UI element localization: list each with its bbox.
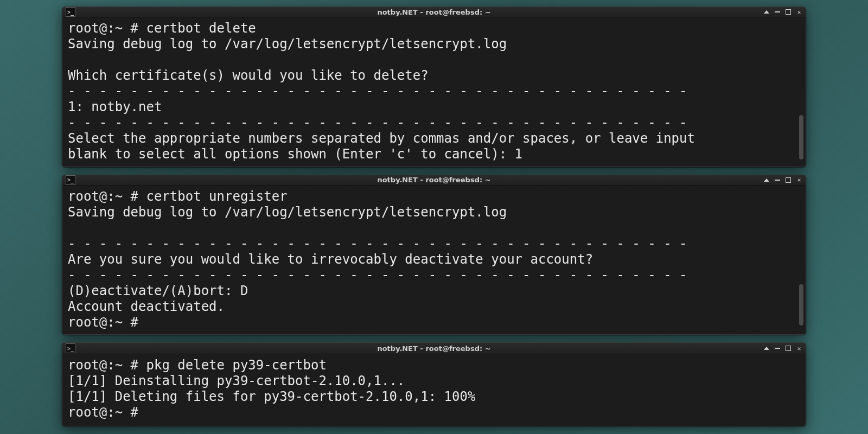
titlebar[interactable]: >_ notby.NET - root@freebsd: ~	[62, 343, 806, 354]
maximize-button-icon[interactable]	[785, 9, 792, 15]
minimize-button-icon[interactable]	[774, 177, 781, 183]
window-title: notby.NET - root@freebsd: ~	[62, 345, 806, 352]
scrollbar-thumb[interactable]	[799, 115, 803, 159]
minimize-button-icon[interactable]	[774, 345, 781, 352]
terminal-app-icon: >_	[66, 343, 75, 353]
shade-button-icon[interactable]	[763, 345, 770, 352]
terminal-app-icon: >_	[66, 7, 75, 17]
window-controls	[763, 177, 802, 183]
window-controls	[763, 345, 802, 352]
scrollbar-thumb[interactable]	[799, 284, 803, 326]
terminal-body[interactable]: root@:~ # certbot unregister Saving debu…	[62, 186, 806, 335]
titlebar[interactable]: >_ notby.NET - root@freebsd: ~	[62, 7, 806, 17]
minimize-button-icon[interactable]	[774, 9, 781, 15]
close-button-icon[interactable]	[796, 9, 802, 15]
terminal-app-icon: >_	[66, 175, 75, 185]
window-title: notby.NET - root@freebsd: ~	[62, 9, 806, 16]
terminal-window[interactable]: >_ notby.NET - root@freebsd: ~ root@:~ #…	[62, 7, 806, 167]
shade-button-icon[interactable]	[763, 177, 770, 183]
maximize-button-icon[interactable]	[785, 177, 792, 183]
shade-button-icon[interactable]	[763, 9, 770, 15]
terminal-body[interactable]: root@:~ # certbot delete Saving debug lo…	[62, 17, 806, 167]
titlebar[interactable]: >_ notby.NET - root@freebsd: ~	[62, 175, 806, 186]
terminal-window[interactable]: >_ notby.NET - root@freebsd: ~ root@:~ #…	[62, 175, 806, 335]
close-button-icon[interactable]	[796, 345, 802, 352]
close-button-icon[interactable]	[796, 177, 802, 183]
window-controls	[763, 9, 802, 15]
terminal-window[interactable]: >_ notby.NET - root@freebsd: ~ root@:~ #…	[62, 342, 806, 426]
maximize-button-icon[interactable]	[785, 345, 792, 352]
window-title: notby.NET - root@freebsd: ~	[62, 176, 806, 183]
terminal-output: root@:~ # pkg delete py39-certbot [1/1] …	[68, 358, 800, 420]
terminal-output: root@:~ # certbot delete Saving debug lo…	[68, 21, 800, 162]
terminal-output: root@:~ # certbot unregister Saving debu…	[68, 189, 800, 330]
terminal-body[interactable]: root@:~ # pkg delete py39-certbot [1/1] …	[62, 354, 806, 426]
